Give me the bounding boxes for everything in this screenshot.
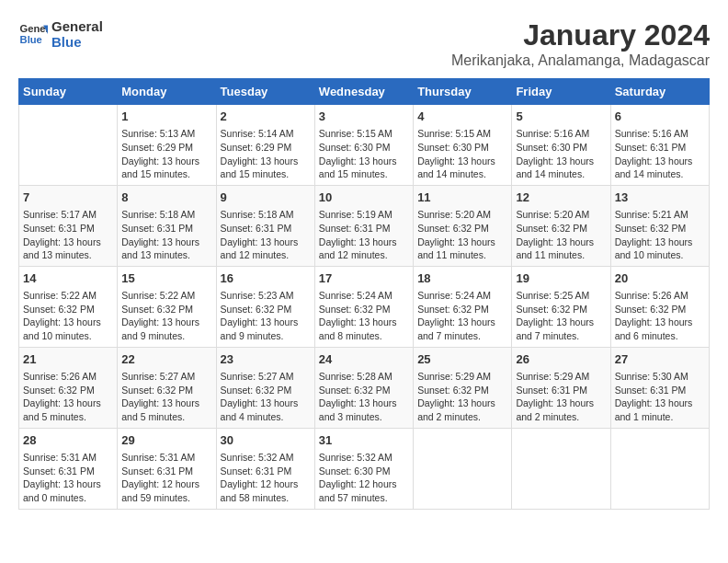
day-number: 31 [319, 432, 409, 449]
calendar-cell: 15Sunrise: 5:22 AM Sunset: 6:32 PM Dayli… [118, 266, 216, 347]
day-info: Sunrise: 5:31 AM Sunset: 6:31 PM Dayligh… [23, 451, 113, 505]
calendar-cell: 28Sunrise: 5:31 AM Sunset: 6:31 PM Dayli… [19, 428, 118, 509]
calendar-header-row: SundayMondayTuesdayWednesdayThursdayFrid… [19, 79, 710, 105]
calendar-cell: 1Sunrise: 5:13 AM Sunset: 6:29 PM Daylig… [118, 105, 216, 186]
calendar-cell [512, 428, 610, 509]
day-number: 15 [121, 270, 211, 287]
svg-text:Blue: Blue [20, 34, 42, 45]
calendar-week-row: 28Sunrise: 5:31 AM Sunset: 6:31 PM Dayli… [19, 428, 710, 509]
page-header: General Blue General Blue January 2024 M… [18, 18, 710, 69]
day-info: Sunrise: 5:13 AM Sunset: 6:29 PM Dayligh… [121, 127, 211, 181]
calendar-cell: 19Sunrise: 5:25 AM Sunset: 6:32 PM Dayli… [512, 266, 610, 347]
day-number: 10 [319, 190, 409, 206]
calendar-cell: 7Sunrise: 5:17 AM Sunset: 6:31 PM Daylig… [19, 185, 118, 266]
day-number: 22 [121, 351, 211, 368]
day-info: Sunrise: 5:18 AM Sunset: 6:31 PM Dayligh… [221, 208, 311, 262]
day-number: 19 [516, 270, 606, 287]
weekday-header: Wednesday [314, 79, 413, 105]
calendar-cell: 26Sunrise: 5:29 AM Sunset: 6:31 PM Dayli… [512, 347, 610, 428]
day-number: 8 [121, 190, 211, 206]
day-number: 13 [615, 190, 705, 206]
calendar-cell: 10Sunrise: 5:19 AM Sunset: 6:31 PM Dayli… [314, 185, 413, 266]
page-title: January 2024 [451, 18, 710, 52]
day-info: Sunrise: 5:22 AM Sunset: 6:32 PM Dayligh… [121, 289, 211, 343]
day-number: 20 [615, 270, 705, 287]
calendar-week-row: 1Sunrise: 5:13 AM Sunset: 6:29 PM Daylig… [19, 105, 710, 186]
day-info: Sunrise: 5:21 AM Sunset: 6:32 PM Dayligh… [615, 208, 705, 262]
calendar-week-row: 21Sunrise: 5:26 AM Sunset: 6:32 PM Dayli… [19, 347, 710, 428]
weekday-header: Monday [118, 79, 216, 105]
day-info: Sunrise: 5:32 AM Sunset: 6:31 PM Dayligh… [221, 451, 311, 505]
calendar-cell: 2Sunrise: 5:14 AM Sunset: 6:29 PM Daylig… [216, 105, 314, 186]
calendar-cell: 27Sunrise: 5:30 AM Sunset: 6:31 PM Dayli… [610, 347, 709, 428]
weekday-header: Thursday [414, 79, 512, 105]
calendar-cell [610, 428, 709, 509]
day-number: 27 [615, 351, 705, 368]
calendar-cell: 18Sunrise: 5:24 AM Sunset: 6:32 PM Dayli… [414, 266, 512, 347]
day-number: 5 [516, 109, 606, 125]
day-info: Sunrise: 5:16 AM Sunset: 6:30 PM Dayligh… [516, 127, 606, 181]
day-info: Sunrise: 5:27 AM Sunset: 6:32 PM Dayligh… [221, 370, 311, 424]
day-number: 1 [121, 109, 211, 125]
day-info: Sunrise: 5:20 AM Sunset: 6:32 PM Dayligh… [417, 208, 507, 262]
calendar-cell: 13Sunrise: 5:21 AM Sunset: 6:32 PM Dayli… [610, 185, 709, 266]
page-subtitle: Merikanjaka, Analamanga, Madagascar [451, 52, 710, 69]
calendar-cell: 21Sunrise: 5:26 AM Sunset: 6:32 PM Dayli… [19, 347, 118, 428]
calendar-cell: 31Sunrise: 5:32 AM Sunset: 6:30 PM Dayli… [314, 428, 413, 509]
calendar-cell: 8Sunrise: 5:18 AM Sunset: 6:31 PM Daylig… [118, 185, 216, 266]
weekday-header: Tuesday [216, 79, 314, 105]
logo-blue: Blue [51, 34, 103, 50]
day-info: Sunrise: 5:15 AM Sunset: 6:30 PM Dayligh… [319, 127, 409, 181]
calendar-cell: 24Sunrise: 5:28 AM Sunset: 6:32 PM Dayli… [314, 347, 413, 428]
svg-text:General: General [20, 23, 48, 34]
day-number: 23 [221, 351, 311, 368]
calendar-cell: 29Sunrise: 5:31 AM Sunset: 6:31 PM Dayli… [118, 428, 216, 509]
calendar-cell [19, 105, 118, 186]
day-number: 18 [417, 270, 507, 287]
day-number: 24 [319, 351, 409, 368]
calendar-week-row: 14Sunrise: 5:22 AM Sunset: 6:32 PM Dayli… [19, 266, 710, 347]
day-info: Sunrise: 5:28 AM Sunset: 6:32 PM Dayligh… [319, 370, 409, 424]
weekday-header: Sunday [19, 79, 118, 105]
day-info: Sunrise: 5:14 AM Sunset: 6:29 PM Dayligh… [221, 127, 311, 181]
calendar-cell: 23Sunrise: 5:27 AM Sunset: 6:32 PM Dayli… [216, 347, 314, 428]
day-info: Sunrise: 5:29 AM Sunset: 6:32 PM Dayligh… [417, 370, 507, 424]
calendar-week-row: 7Sunrise: 5:17 AM Sunset: 6:31 PM Daylig… [19, 185, 710, 266]
calendar-cell: 5Sunrise: 5:16 AM Sunset: 6:30 PM Daylig… [512, 105, 610, 186]
calendar-cell: 25Sunrise: 5:29 AM Sunset: 6:32 PM Dayli… [414, 347, 512, 428]
day-number: 17 [319, 270, 409, 287]
day-number: 29 [121, 432, 211, 449]
logo-icon: General Blue [18, 19, 48, 49]
day-number: 28 [23, 432, 113, 449]
day-info: Sunrise: 5:24 AM Sunset: 6:32 PM Dayligh… [319, 289, 409, 343]
day-info: Sunrise: 5:29 AM Sunset: 6:31 PM Dayligh… [516, 370, 606, 424]
day-info: Sunrise: 5:17 AM Sunset: 6:31 PM Dayligh… [23, 208, 113, 262]
day-info: Sunrise: 5:24 AM Sunset: 6:32 PM Dayligh… [417, 289, 507, 343]
day-number: 7 [23, 190, 113, 206]
calendar-cell: 20Sunrise: 5:26 AM Sunset: 6:32 PM Dayli… [610, 266, 709, 347]
day-number: 12 [516, 190, 606, 206]
day-info: Sunrise: 5:23 AM Sunset: 6:32 PM Dayligh… [221, 289, 311, 343]
weekday-header: Friday [512, 79, 610, 105]
calendar-cell: 3Sunrise: 5:15 AM Sunset: 6:30 PM Daylig… [314, 105, 413, 186]
weekday-header: Saturday [610, 79, 709, 105]
day-number: 16 [221, 270, 311, 287]
day-info: Sunrise: 5:22 AM Sunset: 6:32 PM Dayligh… [23, 289, 113, 343]
day-info: Sunrise: 5:26 AM Sunset: 6:32 PM Dayligh… [23, 370, 113, 424]
day-number: 26 [516, 351, 606, 368]
day-info: Sunrise: 5:32 AM Sunset: 6:30 PM Dayligh… [319, 451, 409, 505]
calendar-cell: 9Sunrise: 5:18 AM Sunset: 6:31 PM Daylig… [216, 185, 314, 266]
calendar-cell: 11Sunrise: 5:20 AM Sunset: 6:32 PM Dayli… [414, 185, 512, 266]
title-block: January 2024 Merikanjaka, Analamanga, Ma… [451, 18, 710, 69]
calendar-cell: 22Sunrise: 5:27 AM Sunset: 6:32 PM Dayli… [118, 347, 216, 428]
day-info: Sunrise: 5:31 AM Sunset: 6:31 PM Dayligh… [121, 451, 211, 505]
day-number: 3 [319, 109, 409, 125]
calendar-cell [414, 428, 512, 509]
day-info: Sunrise: 5:18 AM Sunset: 6:31 PM Dayligh… [121, 208, 211, 262]
day-number: 2 [221, 109, 311, 125]
day-info: Sunrise: 5:26 AM Sunset: 6:32 PM Dayligh… [615, 289, 705, 343]
calendar-cell: 6Sunrise: 5:16 AM Sunset: 6:31 PM Daylig… [610, 105, 709, 186]
calendar-cell: 30Sunrise: 5:32 AM Sunset: 6:31 PM Dayli… [216, 428, 314, 509]
day-info: Sunrise: 5:30 AM Sunset: 6:31 PM Dayligh… [615, 370, 705, 424]
calendar-cell: 4Sunrise: 5:15 AM Sunset: 6:30 PM Daylig… [414, 105, 512, 186]
